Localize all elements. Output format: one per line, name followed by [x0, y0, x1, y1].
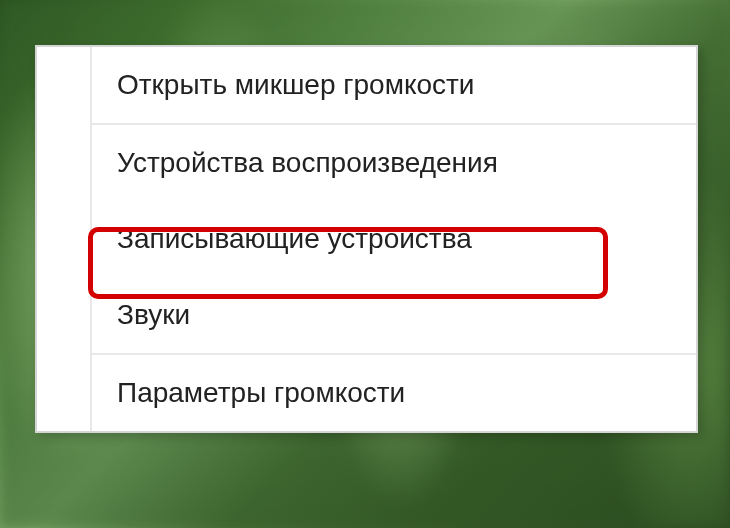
menu-item-label: Параметры громкости — [117, 377, 405, 408]
menu-item-label: Звуки — [117, 299, 190, 330]
menu-item-sounds[interactable]: Звуки — [92, 277, 696, 353]
menu-item-volume-options[interactable]: Параметры громкости — [92, 355, 696, 431]
menu-item-label: Записывающие устройства — [117, 223, 472, 254]
menu-item-label: Открыть микшер громкости — [117, 69, 474, 100]
menu-item-open-mixer[interactable]: Открыть микшер громкости — [92, 47, 696, 123]
menu-item-label: Устройства воспроизведения — [117, 147, 498, 178]
menu-item-playback-devices[interactable]: Устройства воспроизведения — [92, 125, 696, 201]
menu-icon-gutter — [37, 47, 92, 431]
menu-item-recording-devices[interactable]: Записывающие устройства — [92, 201, 696, 277]
volume-context-menu: Открыть микшер громкости Устройства восп… — [35, 45, 698, 433]
